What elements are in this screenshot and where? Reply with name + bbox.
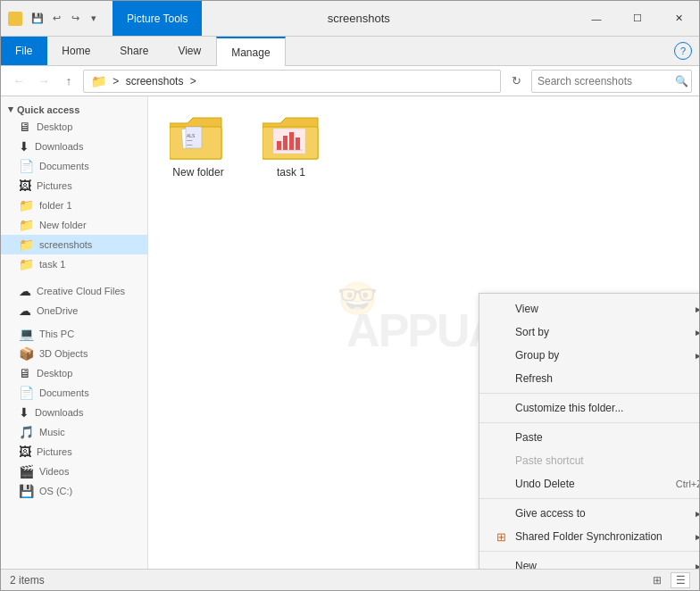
svg-text:━━━: ━━━ [186,143,193,147]
view-toggle-large-icons[interactable]: ⊞ [647,572,667,588]
close-button[interactable]: ✕ [658,1,699,37]
ctx-label-group-by: Group by [515,349,559,362]
file-item-task1[interactable]: task 1 [255,111,327,182]
sidebar-item-videos[interactable]: 🎬 Videos [1,462,147,481]
undo-qa-btn[interactable]: ↩ [48,11,64,27]
search-box[interactable]: 🔍 [531,70,692,93]
this-pc-icon: 💻 [19,327,34,341]
ctx-label-sort-by: Sort by [515,326,549,338]
path-folder-icon: 📁 [91,74,106,88]
minimize-button[interactable]: — [576,1,617,37]
dropdown-qa-btn[interactable]: ▾ [86,11,102,27]
ctx-item-sort-by[interactable]: Sort by ► [479,320,699,344]
sidebar-item-os-c[interactable]: 💾 OS (C:) [1,481,147,501]
sidebar-label-videos: Videos [39,466,69,477]
ctx-item-give-access[interactable]: Give access to ► [479,502,699,525]
pictures2-icon: 🖼 [19,445,31,459]
paste-shortcut-icon [494,454,508,468]
quick-access-toolbar: 💾 ↩ ↪ ▾ [26,11,105,27]
sidebar-item-3d-objects[interactable]: 📦 3D Objects [1,344,147,363]
refresh-button[interactable]: ↻ [504,70,528,93]
screenshots-icon: 📁 [19,237,34,252]
ctx-item-undo-delete[interactable]: Undo Delete Ctrl+Z [479,472,699,495]
paste-icon [494,430,508,445]
ctx-item-paste-shortcut[interactable]: Paste shortcut [479,449,699,472]
ctx-label-new: New [515,560,537,569]
back-button[interactable]: ← [8,71,29,92]
ctx-label-undo-delete: Undo Delete [515,478,575,490]
chevron-icon: ▾ [8,104,13,115]
folder-icon [8,12,22,26]
svg-rect-12 [289,132,294,150]
sidebar-label-music: Music [39,427,65,437]
sidebar-item-task1[interactable]: 📁 task 1 [1,254,147,274]
sidebar-item-music[interactable]: 🎵 Music [1,422,147,442]
sidebar-label-downloads: Downloads [35,141,83,152]
ctx-item-paste[interactable]: Paste [479,426,699,449]
sidebar-item-pictures[interactable]: 🖼 Pictures [1,176,147,196]
maximize-button[interactable]: ☐ [617,1,658,37]
quick-access-label: Quick access [17,104,79,115]
tab-home[interactable]: Home [47,37,105,65]
ctx-label-customize: Customize this folder... [515,402,623,414]
sidebar-item-screenshots[interactable]: 📁 screenshots [1,235,147,254]
path-current: screenshots [126,75,184,87]
tab-view[interactable]: View [163,37,216,65]
view-arrow-icon: ► [694,304,699,314]
sidebar-item-creative-cloud[interactable]: ☁ Creative Cloud Files [1,281,147,301]
customize-icon [494,401,508,415]
ctx-item-shared-folder-sync[interactable]: ⊞ Shared Folder Synchronization ► [479,525,699,548]
onedrive-icon: ☁ [19,304,31,318]
tab-file[interactable]: File [1,37,47,65]
save-qa-btn[interactable]: 💾 [29,11,46,27]
ctx-label-paste: Paste [515,431,543,444]
give-access-arrow-icon: ► [694,509,699,519]
tab-share[interactable]: Share [105,37,163,65]
up-button[interactable]: ↑ [58,71,79,92]
watermark-glasses: 🤓 [338,280,378,318]
os-c-icon: 💾 [19,484,34,498]
view-toggle-details[interactable]: ☰ [671,572,690,588]
address-bar: ← → ↑ 📁 > screenshots > ↻ 🔍 [1,66,699,96]
sidebar-quick-access-header[interactable]: ▾ Quick access [1,100,147,117]
documents-icon: 📄 [19,159,34,173]
sidebar-item-this-pc[interactable]: 💻 This PC [1,324,147,344]
give-access-icon [494,506,508,520]
sidebar-label-pictures: Pictures [37,180,72,191]
sidebar-item-newfolder[interactable]: 📁 New folder [1,215,147,235]
sidebar-item-desktop2[interactable]: 🖥 Desktop [1,363,147,383]
sidebar-item-downloads2[interactable]: ⬇ Downloads [1,403,147,422]
item-count: 2 items [10,574,45,587]
ctx-item-refresh[interactable]: Refresh [479,367,699,390]
ctx-item-new[interactable]: New ► [479,554,699,569]
title-bar: 💾 ↩ ↪ ▾ Picture Tools screenshots — ☐ ✕ [1,1,699,37]
tab-manage[interactable]: Manage [216,37,285,66]
sidebar-label-3d-objects: 3D Objects [39,348,88,359]
title-bar-left: 💾 ↩ ↪ ▾ [1,1,112,36]
sidebar-item-documents[interactable]: 📄 Documents [1,156,147,176]
pictures-icon: 🖼 [19,179,31,193]
file-item-new-folder[interactable]: ALS ━━━ ━━━ New folder [162,111,234,182]
creative-cloud-icon: ☁ [19,284,31,298]
ctx-item-view[interactable]: View ► [479,297,699,320]
help-button[interactable]: ? [674,42,692,60]
desktop2-icon: 🖥 [19,366,31,380]
search-input[interactable] [538,75,671,87]
svg-rect-13 [296,137,300,150]
sidebar-item-folder1[interactable]: 📁 folder 1 [1,196,147,215]
desktop-icon: 🖥 [19,120,31,134]
sidebar-item-documents2[interactable]: 📄 Documents [1,383,147,403]
ctx-item-group-by[interactable]: Group by ► [479,344,699,367]
sidebar-item-downloads[interactable]: ⬇ Downloads [1,137,147,156]
3d-objects-icon: 📦 [19,346,34,361]
address-path[interactable]: 📁 > screenshots > [83,70,501,93]
sort-arrow-icon: ► [694,328,699,337]
sidebar-item-desktop[interactable]: 🖥 Desktop [1,117,147,137]
forward-button[interactable]: → [33,71,54,92]
picture-tools-tab: Picture Tools [112,1,202,36]
sidebar: ▾ Quick access 🖥 Desktop ⬇ Downloads 📄 D… [1,96,148,569]
sidebar-item-pictures2[interactable]: 🖼 Pictures [1,442,147,462]
redo-qa-btn[interactable]: ↪ [67,11,83,27]
sidebar-item-onedrive[interactable]: ☁ OneDrive [1,301,147,320]
ctx-item-customize[interactable]: Customize this folder... [479,396,699,420]
